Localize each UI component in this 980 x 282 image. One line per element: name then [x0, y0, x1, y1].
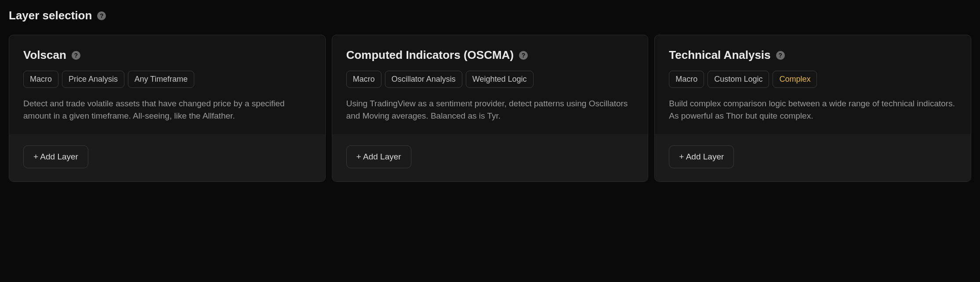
- card-footer: + Add Layer: [655, 134, 971, 181]
- add-layer-button[interactable]: + Add Layer: [23, 145, 88, 168]
- tag: Custom Logic: [708, 71, 769, 88]
- tag-list: Macro Price Analysis Any Timeframe: [23, 71, 311, 88]
- card-body: Computed Indicators (OSCMA) ? Macro Osci…: [332, 35, 648, 134]
- add-layer-button[interactable]: + Add Layer: [669, 145, 734, 168]
- card-technical-analysis: Technical Analysis ? Macro Custom Logic …: [654, 35, 971, 182]
- section-header: Layer selection ?: [9, 9, 971, 22]
- card-description: Detect and trade volatile assets that ha…: [23, 98, 311, 122]
- card-volscan: Volscan ? Macro Price Analysis Any Timef…: [9, 35, 326, 182]
- card-description: Using TradingView as a sentiment provide…: [346, 98, 634, 122]
- tag: Complex: [773, 71, 817, 88]
- section-title: Layer selection: [9, 9, 92, 22]
- card-footer: + Add Layer: [9, 134, 325, 181]
- tag: Price Analysis: [62, 71, 124, 88]
- tag: Macro: [23, 71, 58, 88]
- card-title: Computed Indicators (OSCMA): [346, 48, 514, 62]
- tag: Macro: [669, 71, 704, 88]
- help-icon[interactable]: ?: [97, 11, 106, 20]
- tag-list: Macro Oscillator Analysis Weighted Logic: [346, 71, 634, 88]
- cards-container: Volscan ? Macro Price Analysis Any Timef…: [9, 35, 971, 182]
- card-title: Technical Analysis: [669, 48, 770, 62]
- tag-list: Macro Custom Logic Complex: [669, 71, 957, 88]
- card-body: Technical Analysis ? Macro Custom Logic …: [655, 35, 971, 134]
- help-icon[interactable]: ?: [776, 51, 785, 60]
- card-header: Technical Analysis ?: [669, 48, 957, 62]
- tag: Weighted Logic: [466, 71, 534, 88]
- card-description: Build complex comparison logic between a…: [669, 98, 957, 122]
- card-body: Volscan ? Macro Price Analysis Any Timef…: [9, 35, 325, 134]
- card-header: Volscan ?: [23, 48, 311, 62]
- help-icon[interactable]: ?: [72, 51, 80, 60]
- tag: Macro: [346, 71, 381, 88]
- help-icon[interactable]: ?: [519, 51, 528, 60]
- add-layer-button[interactable]: + Add Layer: [346, 145, 411, 168]
- tag: Any Timeframe: [128, 71, 194, 88]
- card-footer: + Add Layer: [332, 134, 648, 181]
- card-header: Computed Indicators (OSCMA) ?: [346, 48, 634, 62]
- card-title: Volscan: [23, 48, 66, 62]
- card-computed-indicators: Computed Indicators (OSCMA) ? Macro Osci…: [332, 35, 649, 182]
- tag: Oscillator Analysis: [385, 71, 462, 88]
